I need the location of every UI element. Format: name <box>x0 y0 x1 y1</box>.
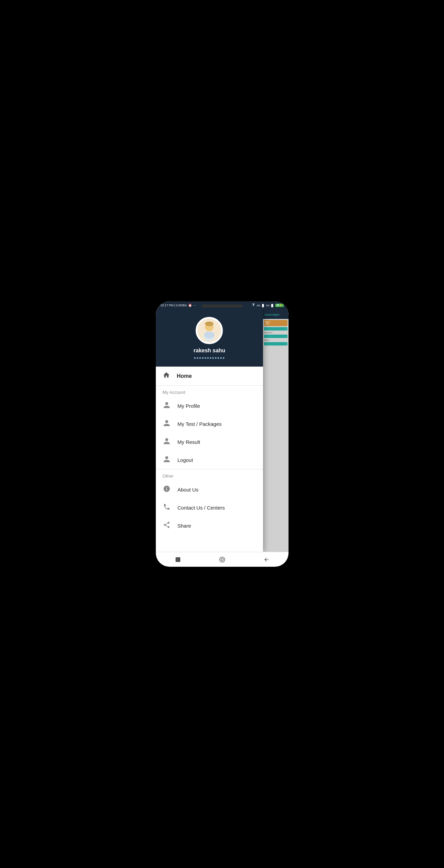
battery-indicator: 99⚡ <box>275 304 284 307</box>
svg-point-2 <box>205 321 214 326</box>
other-section-label: Other <box>156 469 263 481</box>
status-left: 10:17 PM | 0.0KB/s ⏰ ··· <box>161 304 196 307</box>
share-item[interactable]: Share <box>156 517 263 535</box>
my-result-item[interactable]: My Result <box>156 433 263 451</box>
logout-label: Logout <box>178 457 193 463</box>
more-dots: ··· <box>193 304 196 307</box>
phone-frame: 10:17 PM | 0.0KB/s ⏰ ··· 4G ▐▌ 4G ▐▌ 99⚡ <box>156 301 289 567</box>
background-panel: Good Night 2017 SHIP › Inspector › News … <box>263 309 288 552</box>
status-right: 4G ▐▌ 4G ▐▌ 99⚡ <box>251 303 283 307</box>
logout-item[interactable]: Logout <box>156 451 263 469</box>
main-content: Good Night 2017 SHIP › Inspector › News … <box>156 309 289 552</box>
bg-arrow-2: › <box>285 335 286 338</box>
home-icon <box>163 371 170 381</box>
svg-point-9 <box>221 558 223 561</box>
svg-point-8 <box>219 557 225 562</box>
avatar-svg <box>197 319 221 342</box>
home-menu-item[interactable]: Home <box>156 367 263 385</box>
my-profile-icon <box>163 401 171 411</box>
share-icon <box>163 521 171 530</box>
svg-rect-7 <box>176 557 180 562</box>
back-nav-button[interactable] <box>263 556 270 563</box>
drawer-header: rakesh sahu ●●●●●●●●●●●● <box>156 309 263 367</box>
drawer-username: rakesh sahu <box>194 348 225 354</box>
my-profile-item[interactable]: My Profile <box>156 397 263 415</box>
bg-card-1: 2017 SHIP <box>264 320 287 326</box>
navigation-drawer: rakesh sahu ●●●●●●●●●●●● Home My Account <box>156 309 263 552</box>
about-us-item[interactable]: About Us <box>156 481 263 499</box>
my-test-item[interactable]: My Test / Packages <box>156 415 263 433</box>
about-us-icon <box>163 485 171 494</box>
share-label: Share <box>178 523 191 529</box>
my-result-label: My Result <box>178 439 200 445</box>
bg-teal-btn-1: › <box>264 327 287 331</box>
bg-teal-btn-2: › <box>264 335 287 338</box>
bg-top: Good Night <box>263 309 288 319</box>
my-test-label: My Test / Packages <box>178 421 222 427</box>
contact-us-icon <box>163 503 171 512</box>
signal-strength-2: 4G ▐▌ <box>266 304 274 307</box>
about-us-label: About Us <box>178 487 199 493</box>
avatar-circle <box>196 317 223 344</box>
bottom-nav <box>156 552 289 567</box>
bg-news-label: News <box>264 339 287 341</box>
home-label: Home <box>177 373 192 379</box>
my-profile-label: My Profile <box>178 403 200 409</box>
signal-strength-1: 4G ▐▌ <box>257 304 265 307</box>
my-result-icon <box>163 437 171 447</box>
greeting-text: Good Night <box>264 313 279 316</box>
home-nav-button[interactable] <box>219 556 226 563</box>
alarm-icon: ⏰ <box>188 304 192 307</box>
drawer-email: ●●●●●●●●●●●● <box>194 356 225 360</box>
logout-icon <box>163 455 171 465</box>
square-nav-button[interactable] <box>175 556 181 563</box>
contact-us-label: Contact Us / Centers <box>178 505 225 511</box>
phone-notch <box>202 305 243 307</box>
bg-teal-btn-3: › <box>264 342 287 345</box>
bg-arrow-3: › <box>285 343 286 345</box>
my-account-section-label: My Account <box>156 386 263 397</box>
wifi-icon <box>251 303 256 307</box>
time-display: 10:17 PM | 0.0KB/s <box>161 304 187 307</box>
my-test-icon <box>163 419 171 429</box>
bg-inspector-label: Inspector <box>264 332 287 334</box>
phone-screen: 10:17 PM | 0.0KB/s ⏰ ··· 4G ▐▌ 4G ▐▌ 99⚡ <box>156 301 289 567</box>
bg-arrow-1: › <box>285 328 286 330</box>
bg-card-1-sub: SHIP <box>265 323 286 325</box>
svg-point-6 <box>204 332 215 338</box>
drawer-spacer <box>156 535 263 552</box>
contact-us-item[interactable]: Contact Us / Centers <box>156 499 263 517</box>
